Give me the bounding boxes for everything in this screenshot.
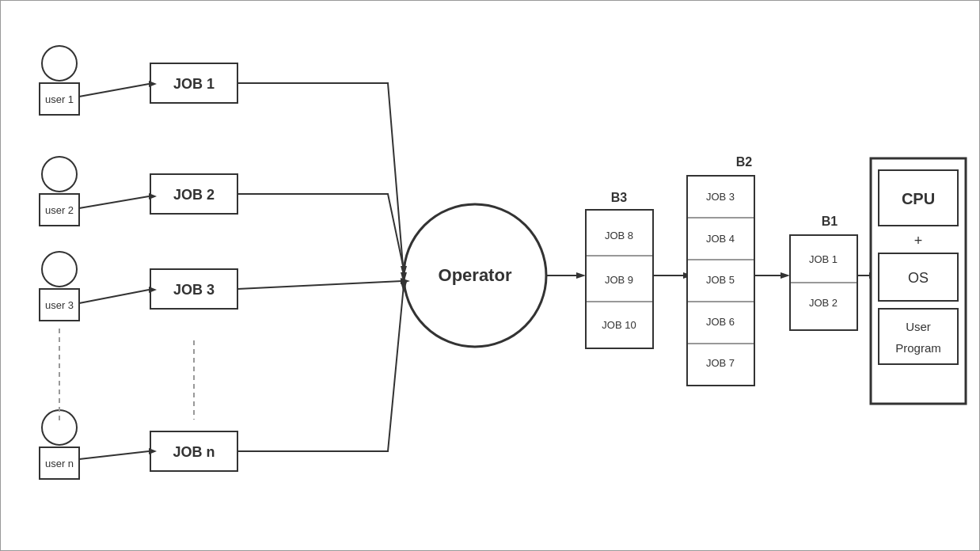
userprogram-section-box — [879, 309, 958, 364]
cpu-plus: + — [914, 233, 923, 249]
userprogram-label-line2: Program — [895, 341, 941, 355]
b1-job2: JOB 2 — [809, 297, 838, 309]
user1-label: user 1 — [45, 93, 74, 105]
job2-label: JOB 2 — [173, 187, 215, 203]
b3-job8: JOB 8 — [605, 230, 633, 241]
b2-job6: JOB 6 — [706, 316, 735, 328]
b1-job1: JOB 1 — [809, 253, 838, 265]
b2-job7: JOB 7 — [706, 357, 735, 369]
b3-job10: JOB 10 — [602, 319, 636, 331]
jobn-label: JOB n — [173, 444, 215, 460]
b2-job4: JOB 4 — [706, 233, 735, 245]
job1-label: JOB 1 — [173, 76, 215, 92]
job3-label: JOB 3 — [173, 282, 215, 298]
user3-label: user 3 — [45, 299, 74, 311]
b3-job9: JOB 9 — [605, 274, 633, 286]
usern-label: user n — [45, 458, 74, 469]
user2-label: user 2 — [45, 204, 74, 216]
b2-job5: JOB 5 — [706, 274, 735, 286]
b2-job3: JOB 3 — [706, 191, 735, 203]
os-label: OS — [908, 270, 929, 286]
b3-label: B3 — [611, 191, 628, 204]
userprogram-label-line1: User — [906, 320, 931, 333]
cpu-label: CPU — [902, 190, 935, 207]
b2-label: B2 — [736, 155, 753, 169]
operator-label: Operator — [439, 265, 512, 285]
b1-label: B1 — [822, 215, 838, 228]
